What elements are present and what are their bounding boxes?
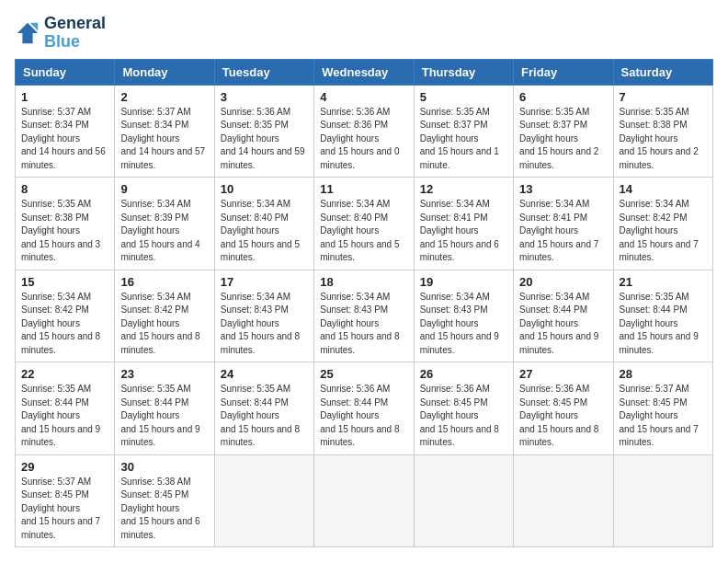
day-info: Sunrise: 5:36 AM Sunset: 8:45 PM Dayligh… <box>519 383 607 450</box>
day-cell-13: 13 Sunrise: 5:34 AM Sunset: 8:41 PM Dayl… <box>514 178 613 270</box>
day-info: Sunrise: 5:35 AM Sunset: 8:44 PM Dayligh… <box>620 291 707 358</box>
day-number: 10 <box>221 182 308 196</box>
day-info: Sunrise: 5:35 AM Sunset: 8:37 PM Dayligh… <box>519 106 607 173</box>
day-info: Sunrise: 5:34 AM Sunset: 8:40 PM Dayligh… <box>221 198 308 265</box>
column-header-friday: Friday <box>514 59 613 85</box>
day-number: 14 <box>620 182 707 196</box>
day-info: Sunrise: 5:37 AM Sunset: 8:34 PM Dayligh… <box>120 106 208 173</box>
day-number: 26 <box>420 367 507 381</box>
day-number: 21 <box>620 275 707 289</box>
empty-cell <box>214 454 313 547</box>
day-info: Sunrise: 5:35 AM Sunset: 8:38 PM Dayligh… <box>620 106 707 173</box>
day-number: 16 <box>120 275 208 289</box>
calendar-row: 29 Sunrise: 5:37 AM Sunset: 8:45 PM Dayl… <box>16 454 713 547</box>
empty-cell <box>613 454 712 547</box>
page-header: General Blue <box>15 15 713 52</box>
day-number: 5 <box>420 90 507 104</box>
day-number: 12 <box>420 182 507 196</box>
calendar-row: 8 Sunrise: 5:35 AM Sunset: 8:38 PM Dayli… <box>16 178 713 270</box>
day-info: Sunrise: 5:38 AM Sunset: 8:45 PM Dayligh… <box>120 476 208 543</box>
day-cell-26: 26 Sunrise: 5:36 AM Sunset: 8:45 PM Dayl… <box>414 362 513 455</box>
day-cell-30: 30 Sunrise: 5:38 AM Sunset: 8:45 PM Dayl… <box>115 454 214 547</box>
day-cell-6: 6 Sunrise: 5:35 AM Sunset: 8:37 PM Dayli… <box>514 85 613 178</box>
day-cell-17: 17 Sunrise: 5:34 AM Sunset: 8:43 PM Dayl… <box>214 270 313 362</box>
day-cell-23: 23 Sunrise: 5:35 AM Sunset: 8:44 PM Dayl… <box>115 362 214 455</box>
day-info: Sunrise: 5:34 AM Sunset: 8:41 PM Dayligh… <box>420 198 507 265</box>
day-number: 7 <box>620 90 707 104</box>
day-cell-15: 15 Sunrise: 5:34 AM Sunset: 8:42 PM Dayl… <box>16 270 115 362</box>
day-cell-28: 28 Sunrise: 5:37 AM Sunset: 8:45 PM Dayl… <box>613 362 712 455</box>
day-info: Sunrise: 5:35 AM Sunset: 8:44 PM Dayligh… <box>21 383 108 450</box>
day-number: 20 <box>519 275 607 289</box>
day-cell-22: 22 Sunrise: 5:35 AM Sunset: 8:44 PM Dayl… <box>16 362 115 455</box>
day-cell-9: 9 Sunrise: 5:34 AM Sunset: 8:39 PM Dayli… <box>115 178 214 270</box>
day-number: 11 <box>320 182 407 196</box>
day-info: Sunrise: 5:37 AM Sunset: 8:34 PM Dayligh… <box>21 106 108 173</box>
day-info: Sunrise: 5:34 AM Sunset: 8:43 PM Dayligh… <box>221 291 308 358</box>
day-cell-3: 3 Sunrise: 5:36 AM Sunset: 8:35 PM Dayli… <box>214 85 313 178</box>
day-cell-14: 14 Sunrise: 5:34 AM Sunset: 8:42 PM Dayl… <box>613 178 712 270</box>
day-cell-10: 10 Sunrise: 5:34 AM Sunset: 8:40 PM Dayl… <box>214 178 313 270</box>
logo-text: General Blue <box>44 15 106 52</box>
day-number: 30 <box>120 460 208 474</box>
day-number: 27 <box>519 367 607 381</box>
day-cell-25: 25 Sunrise: 5:36 AM Sunset: 8:44 PM Dayl… <box>314 362 414 455</box>
day-cell-8: 8 Sunrise: 5:35 AM Sunset: 8:38 PM Dayli… <box>16 178 115 270</box>
day-cell-12: 12 Sunrise: 5:34 AM Sunset: 8:41 PM Dayl… <box>414 178 513 270</box>
day-info: Sunrise: 5:36 AM Sunset: 8:44 PM Dayligh… <box>320 383 407 450</box>
column-header-thursday: Thursday <box>414 59 513 85</box>
day-cell-21: 21 Sunrise: 5:35 AM Sunset: 8:44 PM Dayl… <box>613 270 712 362</box>
day-cell-4: 4 Sunrise: 5:36 AM Sunset: 8:36 PM Dayli… <box>314 85 414 178</box>
day-number: 8 <box>21 182 108 196</box>
column-header-tuesday: Tuesday <box>214 59 313 85</box>
day-cell-7: 7 Sunrise: 5:35 AM Sunset: 8:38 PM Dayli… <box>613 85 712 178</box>
day-info: Sunrise: 5:34 AM Sunset: 8:44 PM Dayligh… <box>519 291 607 358</box>
day-cell-24: 24 Sunrise: 5:35 AM Sunset: 8:44 PM Dayl… <box>214 362 313 455</box>
day-number: 2 <box>120 90 208 104</box>
day-cell-27: 27 Sunrise: 5:36 AM Sunset: 8:45 PM Dayl… <box>514 362 613 455</box>
empty-cell <box>514 454 613 547</box>
column-header-sunday: Sunday <box>16 59 115 85</box>
day-cell-19: 19 Sunrise: 5:34 AM Sunset: 8:43 PM Dayl… <box>414 270 513 362</box>
day-info: Sunrise: 5:36 AM Sunset: 8:45 PM Dayligh… <box>420 383 507 450</box>
day-info: Sunrise: 5:34 AM Sunset: 8:39 PM Dayligh… <box>120 198 208 265</box>
day-number: 15 <box>21 275 108 289</box>
day-number: 25 <box>320 367 407 381</box>
day-number: 18 <box>320 275 407 289</box>
day-cell-1: 1 Sunrise: 5:37 AM Sunset: 8:34 PM Dayli… <box>16 85 115 178</box>
day-cell-20: 20 Sunrise: 5:34 AM Sunset: 8:44 PM Dayl… <box>514 270 613 362</box>
day-info: Sunrise: 5:34 AM Sunset: 8:42 PM Dayligh… <box>620 198 707 265</box>
calendar-row: 22 Sunrise: 5:35 AM Sunset: 8:44 PM Dayl… <box>16 362 713 455</box>
day-cell-2: 2 Sunrise: 5:37 AM Sunset: 8:34 PM Dayli… <box>115 85 214 178</box>
day-number: 6 <box>519 90 607 104</box>
day-number: 24 <box>221 367 308 381</box>
day-number: 3 <box>221 90 308 104</box>
logo: General Blue <box>15 15 106 52</box>
day-number: 1 <box>21 90 108 104</box>
day-number: 17 <box>221 275 308 289</box>
day-cell-18: 18 Sunrise: 5:34 AM Sunset: 8:43 PM Dayl… <box>314 270 414 362</box>
day-info: Sunrise: 5:36 AM Sunset: 8:35 PM Dayligh… <box>221 106 308 173</box>
day-number: 13 <box>519 182 607 196</box>
day-number: 4 <box>320 90 407 104</box>
calendar-row: 15 Sunrise: 5:34 AM Sunset: 8:42 PM Dayl… <box>16 270 713 362</box>
day-info: Sunrise: 5:34 AM Sunset: 8:42 PM Dayligh… <box>120 291 208 358</box>
day-info: Sunrise: 5:34 AM Sunset: 8:43 PM Dayligh… <box>420 291 507 358</box>
column-header-monday: Monday <box>115 59 214 85</box>
calendar-table: SundayMondayTuesdayWednesdayThursdayFrid… <box>15 59 713 548</box>
empty-cell <box>314 454 414 547</box>
day-cell-5: 5 Sunrise: 5:35 AM Sunset: 8:37 PM Dayli… <box>414 85 513 178</box>
day-info: Sunrise: 5:34 AM Sunset: 8:43 PM Dayligh… <box>320 291 407 358</box>
day-info: Sunrise: 5:37 AM Sunset: 8:45 PM Dayligh… <box>21 476 108 543</box>
day-number: 28 <box>620 367 707 381</box>
day-info: Sunrise: 5:34 AM Sunset: 8:41 PM Dayligh… <box>519 198 607 265</box>
day-info: Sunrise: 5:36 AM Sunset: 8:36 PM Dayligh… <box>320 106 407 173</box>
day-info: Sunrise: 5:34 AM Sunset: 8:42 PM Dayligh… <box>21 291 108 358</box>
day-info: Sunrise: 5:35 AM Sunset: 8:38 PM Dayligh… <box>21 198 108 265</box>
day-info: Sunrise: 5:34 AM Sunset: 8:40 PM Dayligh… <box>320 198 407 265</box>
logo-icon <box>15 20 40 46</box>
day-cell-29: 29 Sunrise: 5:37 AM Sunset: 8:45 PM Dayl… <box>16 454 115 547</box>
calendar-row: 1 Sunrise: 5:37 AM Sunset: 8:34 PM Dayli… <box>16 85 713 178</box>
calendar-header-row: SundayMondayTuesdayWednesdayThursdayFrid… <box>16 59 713 85</box>
day-number: 9 <box>120 182 208 196</box>
